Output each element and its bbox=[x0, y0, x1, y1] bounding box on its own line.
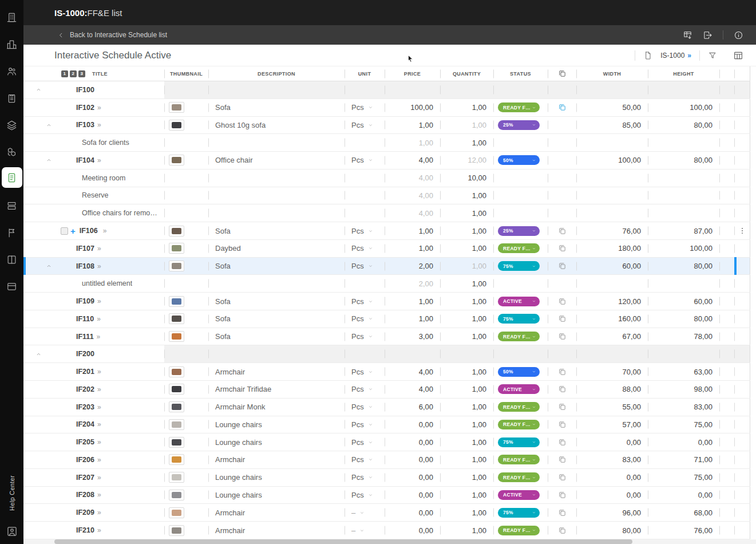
quantity-cell[interactable]: 1,00 bbox=[440, 416, 493, 433]
duplicate-icon[interactable] bbox=[558, 491, 567, 499]
schedule-doc-icon[interactable] bbox=[2, 167, 22, 188]
duplicate-icon[interactable] bbox=[558, 314, 567, 323]
height-cell[interactable] bbox=[648, 345, 719, 362]
back-link[interactable]: Back to Interactive Schedule list bbox=[57, 31, 167, 39]
thumbnail-image[interactable] bbox=[169, 331, 184, 342]
height-cell[interactable]: 80,00 bbox=[648, 258, 719, 275]
height-cell[interactable] bbox=[648, 204, 719, 222]
thumbnail-image[interactable] bbox=[169, 313, 184, 324]
width-cell[interactable] bbox=[576, 345, 648, 362]
duplicate-icon[interactable] bbox=[558, 227, 567, 235]
description-cell[interactable] bbox=[208, 81, 345, 98]
open-item-link[interactable]: » bbox=[97, 333, 101, 341]
row-menu-icon[interactable] bbox=[738, 227, 746, 235]
title-cell[interactable]: IF103» bbox=[57, 117, 164, 134]
sub-row[interactable]: Sofa for clients1,001,00 bbox=[23, 134, 750, 152]
price-cell[interactable]: 4,00 bbox=[385, 363, 440, 380]
cubes-icon[interactable] bbox=[2, 140, 22, 163]
description-cell[interactable]: Lounge chairs bbox=[208, 416, 345, 433]
unit-select[interactable]: Pcs bbox=[345, 368, 373, 376]
description-cell[interactable]: Office chair bbox=[208, 152, 345, 169]
price-cell[interactable]: 2,00 bbox=[385, 258, 440, 275]
open-item-link[interactable]: » bbox=[97, 245, 101, 253]
open-item-link[interactable]: » bbox=[97, 385, 101, 393]
status-badge[interactable]: 75% bbox=[498, 508, 540, 518]
row-title-link[interactable]: IF205 bbox=[76, 438, 94, 446]
table-row-IF107[interactable]: IF107»DaybedPcs1,001,00READY F…180,00100… bbox=[23, 240, 750, 258]
duplicate-icon[interactable] bbox=[558, 385, 567, 393]
thumbnail-image[interactable] bbox=[169, 437, 184, 448]
price-cell[interactable]: 2,00 bbox=[385, 275, 440, 292]
width-cell[interactable]: 120,00 bbox=[576, 293, 648, 310]
unit-select[interactable]: Pcs bbox=[345, 314, 373, 323]
duplicate-icon[interactable] bbox=[558, 508, 567, 517]
width-cell[interactable]: 57,00 bbox=[576, 416, 648, 433]
price-cell[interactable]: 1,00 bbox=[385, 310, 440, 328]
price-cell[interactable]: 1,00 bbox=[385, 293, 440, 310]
description-cell[interactable] bbox=[208, 345, 345, 362]
description-cell[interactable] bbox=[208, 134, 345, 151]
table-row-IF109[interactable]: IF109»SofaPcs1,001,00ACTIVE120,0060,00 bbox=[23, 293, 750, 310]
people-icon[interactable] bbox=[2, 60, 22, 82]
width-cell[interactable]: 180,00 bbox=[576, 240, 648, 257]
price-cell[interactable]: 4,00 bbox=[385, 204, 440, 222]
unit-select[interactable]: Pcs bbox=[345, 103, 373, 112]
description-cell[interactable]: Sofa bbox=[208, 99, 345, 116]
price-cell[interactable]: 6,00 bbox=[385, 399, 440, 416]
description-cell[interactable]: Sofa bbox=[208, 328, 345, 345]
columns-icon[interactable] bbox=[2, 248, 22, 271]
status-badge[interactable]: 75% bbox=[498, 437, 540, 447]
column-header-price[interactable]: PRICE bbox=[385, 66, 440, 81]
height-cell[interactable] bbox=[648, 187, 719, 204]
quantity-cell[interactable]: 1,00 bbox=[440, 258, 493, 275]
duplicate-icon[interactable] bbox=[558, 368, 567, 376]
price-cell[interactable]: 4,00 bbox=[385, 152, 440, 169]
price-cell[interactable]: 0,00 bbox=[385, 433, 440, 451]
open-item-link[interactable]: » bbox=[97, 156, 101, 164]
height-cell[interactable] bbox=[648, 134, 719, 151]
width-cell[interactable] bbox=[576, 275, 648, 292]
scrollbar-thumb[interactable] bbox=[54, 539, 632, 544]
column-header-height[interactable]: HEIGHT bbox=[648, 66, 719, 81]
table-row-IF103[interactable]: IF103»Ghost 10g sofaPcs1,001,0025%85,008… bbox=[23, 117, 750, 135]
price-cell[interactable] bbox=[385, 345, 440, 362]
export-icon[interactable] bbox=[703, 30, 713, 40]
duplicate-icon[interactable] bbox=[558, 455, 567, 464]
title-cell[interactable]: IF200 bbox=[57, 345, 164, 362]
status-badge[interactable]: 25% bbox=[498, 226, 540, 236]
quantity-cell[interactable]: 1,00 bbox=[440, 522, 493, 539]
width-cell[interactable] bbox=[576, 204, 648, 222]
row-title-link[interactable]: IF207 bbox=[76, 474, 94, 482]
row-title-link[interactable]: IF102 bbox=[76, 104, 94, 112]
height-cell[interactable]: 100,00 bbox=[648, 240, 719, 257]
unit-select[interactable]: Pcs bbox=[345, 244, 373, 253]
level-3-button[interactable]: 3 bbox=[78, 70, 85, 77]
status-badge[interactable]: 50% bbox=[498, 155, 540, 165]
thumbnail-image[interactable] bbox=[169, 120, 184, 131]
open-item-link[interactable]: » bbox=[97, 104, 101, 112]
table-row-IF210[interactable]: IF210»Armchair–0,001,00READY F…80,0076,0… bbox=[23, 522, 750, 539]
row-title-link[interactable]: IF202 bbox=[76, 385, 94, 393]
width-cell[interactable]: 67,00 bbox=[576, 328, 648, 345]
unit-select[interactable]: Pcs bbox=[345, 262, 373, 270]
table-row-IF205[interactable]: IF205»Lounge chairsPcs0,001,0075%0,000,0… bbox=[23, 433, 750, 451]
quantity-cell[interactable]: 1,00 bbox=[440, 99, 493, 116]
title-cell[interactable]: IF108» bbox=[57, 258, 164, 275]
table-row-IF201[interactable]: IF201»ArmchairPcs4,001,0050%70,0063,00 bbox=[23, 363, 750, 381]
quantity-cell[interactable]: 1,00 bbox=[440, 204, 493, 222]
sub-row[interactable]: untitled element2,001,00 bbox=[23, 275, 750, 293]
height-cell[interactable] bbox=[648, 275, 719, 292]
open-item-link[interactable]: » bbox=[97, 420, 101, 428]
column-header-status[interactable]: STATUS bbox=[493, 66, 548, 81]
thumbnail-image[interactable] bbox=[169, 226, 184, 236]
thumbnail-image[interactable] bbox=[169, 366, 184, 377]
row-title-link[interactable]: IF100 bbox=[76, 86, 94, 94]
unit-select[interactable]: – bbox=[345, 508, 365, 517]
open-item-link[interactable]: » bbox=[97, 297, 101, 305]
row-title-link[interactable]: IF209 bbox=[76, 508, 94, 517]
status-badge[interactable]: 75% bbox=[498, 261, 540, 271]
row-title-link[interactable]: IF107 bbox=[76, 245, 94, 253]
collapse-caret-icon[interactable] bbox=[35, 86, 42, 93]
price-cell[interactable]: 100,00 bbox=[385, 99, 440, 116]
quantity-cell[interactable]: 1,00 bbox=[440, 134, 493, 151]
